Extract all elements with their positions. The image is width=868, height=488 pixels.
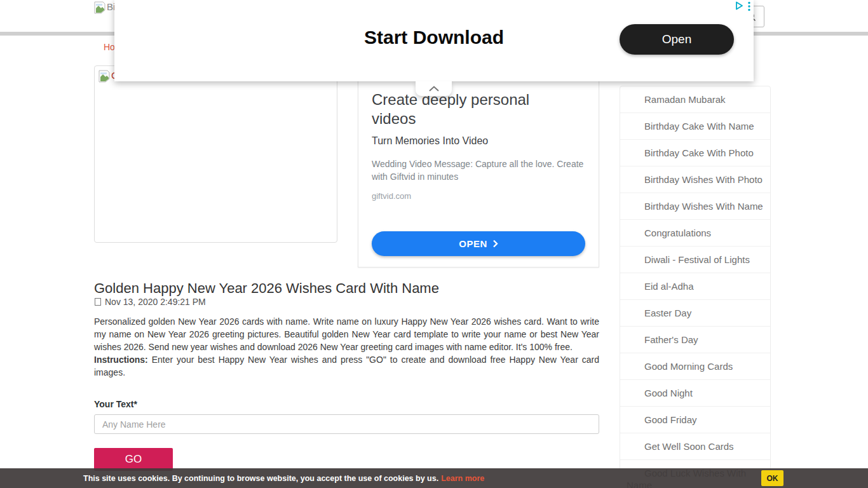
cookie-message: This site uses cookies. By continuing to… <box>83 474 438 483</box>
chevron-right-icon <box>492 240 498 248</box>
sidebar-item-birthday-cake-with-name[interactable]: Birthday Cake With Name <box>620 113 770 140</box>
instructions-text: Enter your best Happy New Year wishes an… <box>94 355 599 377</box>
sidebar-item-birthday-cake-with-photo[interactable]: Birthday Cake With Photo <box>620 140 770 166</box>
ad-collapse-tab[interactable] <box>416 81 452 96</box>
sidebar-item-birthday-wishes-with-name[interactable]: Birthday Wishes With Name <box>620 193 770 220</box>
instructions-label: Instructions: <box>94 355 148 365</box>
inline-ad: Create deeply personal videos Turn Memor… <box>358 65 599 268</box>
page: Bi Home G Create deeply personal videos … <box>0 0 868 488</box>
sidebar-categories: Ramadan Mubarak Birthday Cake With Name … <box>620 86 771 488</box>
sidebar-item-easter-day[interactable]: Easter Day <box>620 300 770 327</box>
your-text-label: Your Text* <box>94 399 137 409</box>
adchoices-icon[interactable] <box>735 1 743 10</box>
ad-open-button[interactable]: OPEN <box>372 231 585 256</box>
sidebar-item-congratulations[interactable]: Congratulations <box>620 220 770 247</box>
sidebar-item-good-morning-cards[interactable]: Good Morning Cards <box>620 353 770 380</box>
ad-controls <box>735 1 750 11</box>
article-description: Personalized golden New Year 2026 cards … <box>94 315 599 379</box>
calendar-icon <box>95 298 101 306</box>
description-text: Personalized golden New Year 2026 cards … <box>94 316 599 352</box>
site-logo[interactable]: Bi <box>94 1 115 14</box>
sidebar-item-good-night[interactable]: Good Night <box>620 380 770 407</box>
name-input[interactable] <box>94 414 599 434</box>
go-button[interactable]: GO <box>94 448 173 471</box>
broken-image-icon <box>94 1 105 14</box>
sidebar-item-ramadan-mubarak[interactable]: Ramadan Mubarak <box>620 86 770 113</box>
cookie-ok-button[interactable]: OK <box>761 470 783 486</box>
cookie-learn-more-link[interactable]: Learn more <box>441 474 484 483</box>
page-title: Golden Happy New Year 2026 Wishes Card W… <box>94 280 599 297</box>
greeting-card-image: G <box>94 65 337 243</box>
post-date: Nov 13, 2020 2:49:21 PM <box>105 297 206 307</box>
cookie-consent-bar: This site uses cookies. By continuing to… <box>0 468 868 488</box>
ad-menu-dots-icon[interactable] <box>748 1 750 11</box>
sidebar-item-diwali[interactable]: Diwali - Festival of Lights <box>620 247 770 273</box>
ad-headline[interactable]: Create deeply personal videos <box>372 90 562 128</box>
sidebar-item-get-well-soon-cards[interactable]: Get Well Soon Cards <box>620 433 770 460</box>
ad-open-label: OPEN <box>459 238 487 249</box>
ad-domain: giftvid.com <box>372 191 411 201</box>
broken-image-icon <box>98 70 110 83</box>
top-ad-overlay: Start Download Open <box>114 0 754 81</box>
sidebar-item-fathers-day[interactable]: Father's Day <box>620 327 770 353</box>
ad-body-text: Wedding Video Message: Capture all the l… <box>372 158 585 183</box>
post-date-row: Nov 13, 2020 2:49:21 PM <box>95 297 206 307</box>
top-ad-open-button[interactable]: Open <box>620 24 734 55</box>
ad-subheadline: Turn Memories Into Video <box>372 135 488 147</box>
sidebar-item-birthday-wishes-with-photo[interactable]: Birthday Wishes With Photo <box>620 166 770 193</box>
required-mark: * <box>134 399 137 409</box>
chevron-up-icon <box>428 86 440 92</box>
sidebar-item-good-friday[interactable]: Good Friday <box>620 407 770 433</box>
sidebar-item-eid-al-adha[interactable]: Eid al-Adha <box>620 273 770 300</box>
